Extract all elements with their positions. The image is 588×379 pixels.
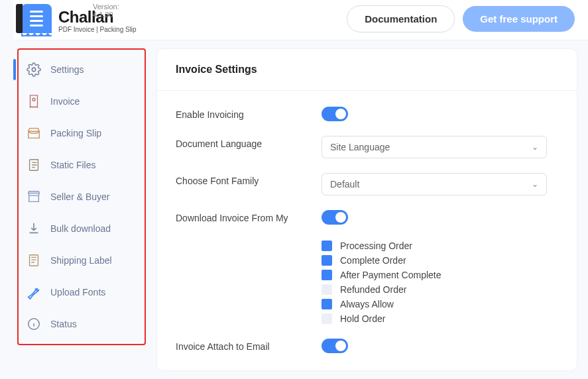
font-family-label: Choose Font Family [176,173,322,186]
settings-card: Invoice Settings Enable Invoicing Docume… [156,48,577,371]
card-title: Invoice Settings [157,49,577,91]
svg-rect-2 [30,255,38,266]
checkbox-label: Refunded Order [340,284,406,295]
store-icon [27,190,41,204]
checkbox-hold-order[interactable]: Hold Order [322,313,558,324]
attach-email-toggle[interactable] [322,339,348,353]
sidebar-item-static-files[interactable]: Static Files [20,149,143,181]
font-family-select[interactable]: Default ⌄ [322,173,547,195]
sidebar-item-label: Seller & Buyer [50,191,109,202]
box-icon [27,126,41,140]
sidebar-highlight-box: Settings Invoice Packing Slip [17,48,146,345]
sidebar-item-label: Status [50,319,77,329]
download-icon [27,221,41,236]
sidebar-item-label: Upload Fonts [50,287,105,298]
sidebar-item-settings[interactable]: Settings [20,54,143,85]
download-invoice-toggle[interactable] [322,210,348,225]
sidebar-item-bulk-download[interactable]: Bulk download [20,213,143,244]
checkbox-icon [322,241,332,251]
checkbox-refunded-order[interactable]: Refunded Order [322,284,558,295]
enable-invoicing-toggle[interactable] [322,107,348,121]
download-conditions-list: Processing Order Complete Order After Pa… [322,239,558,324]
documentation-button[interactable]: Documentation [347,5,455,32]
document-language-select[interactable]: Site Language ⌄ [322,136,547,158]
sidebar-item-label: Shipping Label [50,255,112,266]
pen-icon [27,285,41,299]
checkbox-after-payment[interactable]: After Payment Complete [322,270,558,280]
gear-icon [27,62,41,77]
sidebar-item-packing-slip[interactable]: Packing Slip [20,117,143,149]
support-button[interactable]: Get free support [463,6,575,32]
checkbox-icon [322,270,332,280]
receipt-icon [27,94,41,109]
chevron-down-icon: ⌄ [532,142,538,152]
document-language-label: Document Language [176,136,322,149]
checkbox-label: Always Allow [340,299,394,309]
sidebar-item-upload-fonts[interactable]: Upload Fonts [20,276,143,308]
checkbox-icon [322,313,332,324]
sidebar-item-label: Static Files [50,160,95,170]
checkbox-icon [322,299,332,309]
checkbox-label: After Payment Complete [340,270,441,280]
sidebar-item-label: Bulk download [50,223,111,234]
svg-point-0 [32,68,36,72]
app-header: Version: 4.1.30 Challan PDF Invoice | Pa… [13,0,588,40]
sidebar-item-shipping-label[interactable]: Shipping Label [20,244,143,276]
label-icon [27,253,41,268]
checkbox-label: Complete Order [340,255,406,266]
sidebar-item-invoice[interactable]: Invoice [20,85,143,117]
checkbox-label: Processing Order [340,241,412,251]
sidebar-item-label: Settings [50,64,84,75]
svg-point-1 [32,98,35,101]
attach-email-label: Invoice Attach to Email [176,339,322,352]
checkbox-processing-order[interactable]: Processing Order [322,241,558,251]
sidebar-item-label: Invoice [50,96,80,107]
select-value: Site Language [330,142,390,152]
sidebar-item-status[interactable]: Status [20,308,143,340]
brand-subtitle: PDF Invoice | Packing Slip [58,26,137,33]
scroll-icon [27,158,41,172]
sidebar-item-label: Packing Slip [50,128,101,138]
sidebar: Settings Invoice Packing Slip [13,48,146,379]
checkbox-icon [322,284,332,295]
checkbox-complete-order[interactable]: Complete Order [322,255,558,266]
sidebar-item-seller-buyer[interactable]: Seller & Buyer [20,181,143,213]
download-invoice-label: Download Invoice From My [176,210,322,223]
version-label: Version: 4.1.30 [93,3,137,19]
brand: Version: 4.1.30 Challan PDF Invoice | Pa… [21,4,137,33]
chevron-down-icon: ⌄ [532,180,538,189]
info-icon [27,317,41,331]
enable-invoicing-label: Enable Invoicing [176,107,322,120]
checkbox-always-allow[interactable]: Always Allow [322,299,558,309]
select-value: Default [330,179,359,190]
checkbox-label: Hold Order [340,313,385,324]
checkbox-icon [322,255,332,266]
brand-logo-icon [21,4,52,33]
